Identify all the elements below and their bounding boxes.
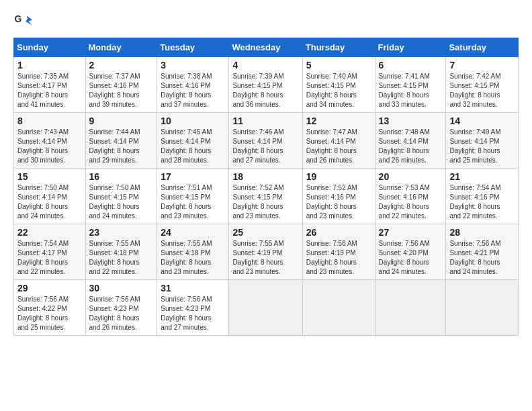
header: G (13, 12, 519, 31)
day-number: 5 (306, 60, 371, 71)
day-detail: Sunrise: 7:56 AMSunset: 4:19 PMDaylight:… (306, 239, 371, 277)
day-cell-2: 2Sunrise: 7:37 AMSunset: 4:16 PMDaylight… (85, 57, 157, 113)
day-cell-8: 8Sunrise: 7:43 AMSunset: 4:14 PMDaylight… (14, 113, 86, 169)
day-number: 20 (379, 171, 443, 182)
day-detail: Sunrise: 7:37 AMSunset: 4:16 PMDaylight:… (89, 72, 154, 109)
day-cell-26: 26Sunrise: 7:56 AMSunset: 4:19 PMDayligh… (302, 224, 375, 280)
empty-cell (446, 280, 519, 336)
day-number: 29 (17, 283, 82, 293)
day-cell-11: 11Sunrise: 7:46 AMSunset: 4:14 PMDayligh… (229, 113, 302, 169)
logo: G (13, 12, 35, 31)
calendar-table: SundayMondayTuesdayWednesdayThursdayFrid… (13, 38, 519, 336)
weekday-tuesday: Tuesday (157, 38, 229, 57)
page: G SundayMondayTuesdayWednesdayThursdayFr… (0, 0, 532, 342)
weekday-friday: Friday (375, 38, 446, 57)
day-number: 25 (232, 227, 298, 238)
day-detail: Sunrise: 7:38 AMSunset: 4:16 PMDaylight:… (161, 72, 225, 109)
week-row-3: 15Sunrise: 7:50 AMSunset: 4:14 PMDayligh… (14, 169, 519, 224)
day-number: 9 (89, 116, 154, 126)
day-cell-1: 1Sunrise: 7:35 AMSunset: 4:17 PMDaylight… (14, 57, 86, 113)
day-detail: Sunrise: 7:54 AMSunset: 4:17 PMDaylight:… (17, 239, 82, 277)
day-cell-28: 28Sunrise: 7:56 AMSunset: 4:21 PMDayligh… (446, 224, 519, 280)
day-number: 21 (449, 171, 515, 182)
day-detail: Sunrise: 7:56 AMSunset: 4:22 PMDaylight:… (17, 295, 82, 332)
week-row-5: 29Sunrise: 7:56 AMSunset: 4:22 PMDayligh… (14, 280, 519, 336)
day-cell-27: 27Sunrise: 7:56 AMSunset: 4:20 PMDayligh… (375, 224, 446, 280)
day-detail: Sunrise: 7:56 AMSunset: 4:23 PMDaylight:… (89, 295, 154, 332)
day-cell-7: 7Sunrise: 7:42 AMSunset: 4:15 PMDaylight… (446, 57, 519, 113)
day-number: 14 (449, 116, 515, 126)
day-number: 30 (89, 283, 154, 293)
day-number: 1 (17, 60, 82, 71)
day-detail: Sunrise: 7:53 AMSunset: 4:16 PMDaylight:… (379, 183, 443, 221)
day-cell-15: 15Sunrise: 7:50 AMSunset: 4:14 PMDayligh… (14, 169, 86, 224)
day-detail: Sunrise: 7:49 AMSunset: 4:14 PMDaylight:… (449, 128, 515, 165)
day-cell-31: 31Sunrise: 7:56 AMSunset: 4:23 PMDayligh… (157, 280, 229, 336)
day-cell-30: 30Sunrise: 7:56 AMSunset: 4:23 PMDayligh… (85, 280, 157, 336)
day-cell-6: 6Sunrise: 7:41 AMSunset: 4:15 PMDaylight… (375, 57, 446, 113)
day-cell-5: 5Sunrise: 7:40 AMSunset: 4:15 PMDaylight… (302, 57, 375, 113)
day-cell-24: 24Sunrise: 7:55 AMSunset: 4:18 PMDayligh… (157, 224, 229, 280)
day-detail: Sunrise: 7:55 AMSunset: 4:18 PMDaylight:… (161, 239, 225, 277)
day-cell-20: 20Sunrise: 7:53 AMSunset: 4:16 PMDayligh… (375, 169, 446, 224)
day-number: 17 (161, 171, 225, 182)
day-number: 3 (161, 60, 225, 71)
day-cell-22: 22Sunrise: 7:54 AMSunset: 4:17 PMDayligh… (14, 224, 86, 280)
day-number: 15 (17, 171, 82, 182)
day-detail: Sunrise: 7:35 AMSunset: 4:17 PMDaylight:… (17, 72, 82, 109)
day-cell-9: 9Sunrise: 7:44 AMSunset: 4:14 PMDaylight… (85, 113, 157, 169)
day-cell-4: 4Sunrise: 7:39 AMSunset: 4:15 PMDaylight… (229, 57, 302, 113)
week-row-4: 22Sunrise: 7:54 AMSunset: 4:17 PMDayligh… (14, 224, 519, 280)
day-number: 23 (89, 227, 154, 238)
day-cell-23: 23Sunrise: 7:55 AMSunset: 4:18 PMDayligh… (85, 224, 157, 280)
weekday-saturday: Saturday (446, 38, 519, 57)
day-number: 4 (232, 60, 298, 71)
week-row-1: 1Sunrise: 7:35 AMSunset: 4:17 PMDaylight… (14, 57, 519, 113)
day-number: 22 (17, 227, 82, 238)
day-cell-29: 29Sunrise: 7:56 AMSunset: 4:22 PMDayligh… (14, 280, 86, 336)
day-detail: Sunrise: 7:44 AMSunset: 4:14 PMDaylight:… (89, 128, 154, 165)
day-number: 10 (161, 116, 225, 126)
weekday-header-row: SundayMondayTuesdayWednesdayThursdayFrid… (14, 38, 519, 57)
day-cell-25: 25Sunrise: 7:55 AMSunset: 4:19 PMDayligh… (229, 224, 302, 280)
day-detail: Sunrise: 7:46 AMSunset: 4:14 PMDaylight:… (232, 128, 298, 165)
day-detail: Sunrise: 7:42 AMSunset: 4:15 PMDaylight:… (449, 72, 515, 109)
day-detail: Sunrise: 7:41 AMSunset: 4:15 PMDaylight:… (379, 72, 443, 109)
day-number: 8 (17, 116, 82, 126)
svg-text:G: G (14, 13, 21, 24)
day-number: 2 (89, 60, 154, 71)
day-detail: Sunrise: 7:52 AMSunset: 4:15 PMDaylight:… (232, 183, 298, 221)
day-detail: Sunrise: 7:56 AMSunset: 4:23 PMDaylight:… (161, 295, 225, 332)
day-cell-17: 17Sunrise: 7:51 AMSunset: 4:15 PMDayligh… (157, 169, 229, 224)
day-number: 27 (379, 227, 443, 238)
day-detail: Sunrise: 7:39 AMSunset: 4:15 PMDaylight:… (232, 72, 298, 109)
day-cell-10: 10Sunrise: 7:45 AMSunset: 4:14 PMDayligh… (157, 113, 229, 169)
weekday-wednesday: Wednesday (229, 38, 302, 57)
logo-icon: G (13, 12, 32, 31)
week-row-2: 8Sunrise: 7:43 AMSunset: 4:14 PMDaylight… (14, 113, 519, 169)
day-detail: Sunrise: 7:54 AMSunset: 4:16 PMDaylight:… (449, 183, 515, 221)
weekday-monday: Monday (85, 38, 157, 57)
day-number: 26 (306, 227, 371, 238)
day-detail: Sunrise: 7:40 AMSunset: 4:15 PMDaylight:… (306, 72, 371, 109)
day-detail: Sunrise: 7:56 AMSunset: 4:20 PMDaylight:… (379, 239, 443, 277)
day-number: 31 (161, 283, 225, 293)
empty-cell (302, 280, 375, 336)
day-detail: Sunrise: 7:47 AMSunset: 4:14 PMDaylight:… (306, 128, 371, 165)
day-number: 28 (449, 227, 515, 238)
day-cell-18: 18Sunrise: 7:52 AMSunset: 4:15 PMDayligh… (229, 169, 302, 224)
day-number: 12 (306, 116, 371, 126)
day-number: 19 (306, 171, 371, 182)
day-detail: Sunrise: 7:50 AMSunset: 4:15 PMDaylight:… (89, 183, 154, 221)
day-detail: Sunrise: 7:51 AMSunset: 4:15 PMDaylight:… (161, 183, 225, 221)
empty-cell (229, 280, 302, 336)
day-detail: Sunrise: 7:50 AMSunset: 4:14 PMDaylight:… (17, 183, 82, 221)
day-cell-14: 14Sunrise: 7:49 AMSunset: 4:14 PMDayligh… (446, 113, 519, 169)
svg-marker-1 (26, 16, 32, 26)
day-detail: Sunrise: 7:48 AMSunset: 4:14 PMDaylight:… (379, 128, 443, 165)
day-cell-21: 21Sunrise: 7:54 AMSunset: 4:16 PMDayligh… (446, 169, 519, 224)
weekday-thursday: Thursday (302, 38, 375, 57)
day-cell-16: 16Sunrise: 7:50 AMSunset: 4:15 PMDayligh… (85, 169, 157, 224)
day-cell-12: 12Sunrise: 7:47 AMSunset: 4:14 PMDayligh… (302, 113, 375, 169)
day-detail: Sunrise: 7:55 AMSunset: 4:19 PMDaylight:… (232, 239, 298, 277)
